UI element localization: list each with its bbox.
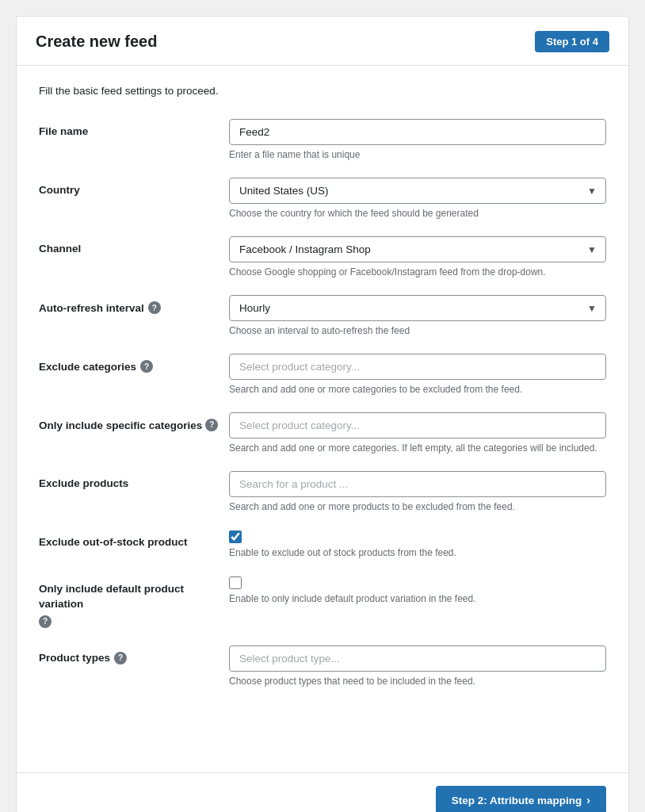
channel-hint: Choose Google shopping or Facebook/Insta… <box>229 266 606 278</box>
exclude-out-of-stock-checkbox[interactable] <box>229 530 242 543</box>
exclude-products-input[interactable]: Search for a product ... <box>229 471 606 497</box>
exclude-out-of-stock-hint: Enable to exclude out of stock products … <box>229 547 606 558</box>
exclude-categories-label: Exclude categories ? <box>39 360 229 373</box>
channel-select-wrapper: Facebook / Instagram Shop Google Shoppin… <box>229 236 606 262</box>
file-name-hint: Enter a file name that is unique <box>229 149 606 160</box>
product-types-label: Product types ? <box>39 652 229 665</box>
auto-refresh-row: Auto-refresh interval ? Hourly Daily Wee… <box>39 295 606 336</box>
include-categories-row: Only include specific categories ? Selec… <box>39 412 606 454</box>
next-step-button[interactable]: Step 2: Attribute mapping › <box>436 786 606 812</box>
product-types-row: Product types ? Select product type... C… <box>39 645 606 687</box>
auto-refresh-help-icon[interactable]: ? <box>148 301 161 314</box>
exclude-products-row: Exclude products Search for a product ..… <box>39 471 606 512</box>
default-variation-checkbox[interactable] <box>229 576 242 589</box>
exclude-categories-hint: Search and add one or more categories to… <box>229 384 606 395</box>
page-title: Create new feed <box>36 33 157 51</box>
country-row: Country United States (US) United Kingdo… <box>39 178 606 219</box>
include-categories-label: Only include specific categories ? <box>39 419 229 434</box>
exclude-categories-help-icon[interactable]: ? <box>140 360 153 373</box>
include-categories-help-icon[interactable]: ? <box>205 419 218 431</box>
country-select[interactable]: United States (US) United Kingdom (UK) C… <box>229 178 606 204</box>
default-variation-help-icon[interactable]: ? <box>39 615 52 628</box>
auto-refresh-hint: Choose an interval to auto-refresh the f… <box>229 325 606 336</box>
file-name-row: File name Enter a file name that is uniq… <box>39 119 606 160</box>
exclude-products-hint: Search and add one or more products to b… <box>229 501 606 512</box>
exclude-out-of-stock-row: Exclude out-of-stock product Enable to e… <box>39 530 606 558</box>
auto-refresh-select[interactable]: Hourly Daily Weekly <box>229 295 606 321</box>
default-variation-row: Only include default product variation ?… <box>39 576 606 628</box>
form-subtitle: Fill the basic feed settings to proceed. <box>39 85 606 97</box>
auto-refresh-label: Auto-refresh interval ? <box>39 301 229 314</box>
exclude-products-label: Exclude products <box>39 477 229 489</box>
country-label: Country <box>39 184 229 196</box>
default-variation-hint: Enable to only include default product v… <box>229 593 606 604</box>
file-name-label: File name <box>39 125 229 137</box>
default-variation-label: Only include default product variation ? <box>39 582 229 628</box>
file-name-input[interactable] <box>229 119 606 145</box>
product-types-help-icon[interactable]: ? <box>114 652 127 665</box>
next-step-arrow-icon: › <box>586 794 590 806</box>
default-variation-checkbox-row <box>229 576 606 589</box>
page-footer: Step 2: Attribute mapping › <box>17 772 628 812</box>
channel-row: Channel Facebook / Instagram Shop Google… <box>39 236 606 278</box>
include-categories-hint: Search and add one or more categories. I… <box>229 442 606 454</box>
include-categories-input[interactable]: Select product category... <box>229 412 606 439</box>
exclude-out-of-stock-checkbox-row <box>229 530 606 543</box>
exclude-categories-row: Exclude categories ? Select product cate… <box>39 354 606 395</box>
next-step-button-label: Step 2: Attribute mapping <box>452 795 582 806</box>
exclude-categories-input[interactable]: Select product category... <box>229 354 606 380</box>
country-select-wrapper: United States (US) United Kingdom (UK) C… <box>229 178 606 204</box>
exclude-out-of-stock-label: Exclude out-of-stock product <box>39 536 229 548</box>
step-badge: Step 1 of 4 <box>535 31 609 52</box>
channel-label: Channel <box>39 243 229 255</box>
channel-select[interactable]: Facebook / Instagram Shop Google Shoppin… <box>229 236 606 262</box>
product-types-hint: Choose product types that need to be inc… <box>229 676 606 687</box>
product-types-input[interactable]: Select product type... <box>229 645 606 672</box>
auto-refresh-select-wrapper: Hourly Daily Weekly ▼ <box>229 295 606 321</box>
country-hint: Choose the country for which the feed sh… <box>229 208 606 219</box>
